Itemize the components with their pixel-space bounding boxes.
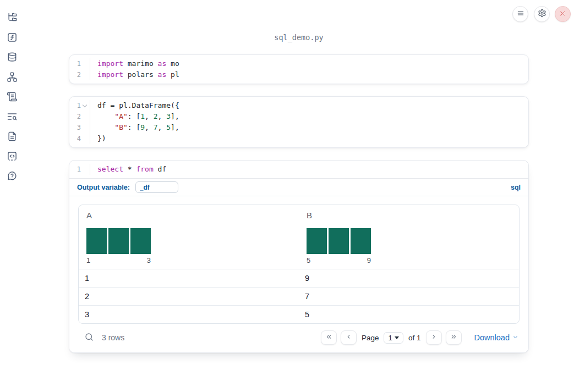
code-editor[interactable]: 1import marimo as mo2import polars as pl <box>69 55 528 84</box>
notebook-filename: sql_demo.py <box>69 0 529 54</box>
sql-cell-toolbar: Output variable: sql <box>69 178 528 196</box>
chevron-right-icon <box>430 333 438 342</box>
sidebar-item-logs[interactable] <box>6 111 19 124</box>
sidebar-item-variables[interactable] <box>6 31 19 45</box>
list-search-icon <box>7 111 18 124</box>
sidebar-item-dependency-graph[interactable] <box>6 71 19 84</box>
function-square-icon <box>7 32 18 45</box>
fold-chevron-icon[interactable] <box>82 103 88 108</box>
page-total-label: of 1 <box>408 334 421 342</box>
column-name: B <box>307 211 511 220</box>
sql-code-editor[interactable]: 1select * from df <box>69 161 528 178</box>
sql-cell[interactable]: 1select * from df Output variable: sql A… <box>69 160 529 353</box>
line-number: 1 <box>69 164 90 175</box>
table-search-button[interactable] <box>84 332 95 343</box>
table-row[interactable]: 35 <box>79 305 519 323</box>
code-cell-dataframe[interactable]: 1df = pl.DataFrame({2 "A": [1, 2, 3],3 "… <box>69 96 529 148</box>
page-select[interactable]: 1 <box>384 332 403 344</box>
code-content[interactable]: "A": [1, 2, 3], <box>90 111 179 122</box>
code-snippet-icon <box>7 151 18 163</box>
dependency-graph-icon <box>7 71 18 84</box>
code-line[interactable]: 1df = pl.DataFrame({ <box>69 100 528 111</box>
file-text-icon <box>7 131 18 143</box>
chevrons-right-icon <box>450 333 457 342</box>
settings-gear-icon <box>538 9 546 19</box>
table-cell: 2 <box>79 287 299 305</box>
table-cell: 3 <box>79 305 299 323</box>
code-content[interactable]: import marimo as mo <box>90 58 179 69</box>
code-line[interactable]: 3 "B": [9, 7, 5], <box>69 122 528 133</box>
sidebar-item-documentation[interactable] <box>6 130 19 143</box>
previous-page-button[interactable] <box>341 330 357 345</box>
code-content[interactable]: df = pl.DataFrame({ <box>90 100 179 111</box>
scroll-text-icon <box>7 91 18 104</box>
code-content[interactable]: "B": [9, 7, 5], <box>90 122 179 133</box>
chevrons-left-icon <box>325 333 332 342</box>
table-footer: 3 rows Page 1 <box>78 324 520 349</box>
download-button[interactable]: Download <box>474 333 519 342</box>
line-number: 3 <box>69 122 90 133</box>
table-header-row: A13B59 <box>79 205 519 269</box>
code-content[interactable]: select * from df <box>90 164 166 175</box>
page-label: Page <box>362 334 379 342</box>
folder-tree-icon <box>7 12 18 25</box>
line-number: 4 <box>69 133 90 144</box>
first-page-button[interactable] <box>321 330 337 345</box>
table-row[interactable]: 27 <box>79 287 519 305</box>
next-page-button[interactable] <box>426 330 442 345</box>
histogram-bar <box>307 228 327 254</box>
table-cell: 9 <box>299 269 519 287</box>
help-bubble-icon <box>7 170 18 183</box>
histogram-bar <box>130 228 151 254</box>
output-variable-input[interactable] <box>135 181 178 193</box>
histogram-range-labels: 59 <box>307 256 371 264</box>
histogram-bar <box>329 228 349 254</box>
code-line[interactable]: 4}) <box>69 133 528 144</box>
code-content[interactable]: }) <box>90 133 106 144</box>
histogram-bar <box>86 228 107 254</box>
page-select-value: 1 <box>388 334 392 342</box>
table-row[interactable]: 19 <box>79 269 519 287</box>
sidebar-item-snippets[interactable] <box>6 150 19 163</box>
sidebar-item-file-explorer[interactable] <box>6 12 19 25</box>
table-cell: 1 <box>79 269 299 287</box>
chevron-down-icon <box>512 333 518 342</box>
line-number: 1 <box>69 58 90 69</box>
result-table: A13B59 192735 <box>78 205 520 324</box>
code-editor[interactable]: 1df = pl.DataFrame({2 "A": [1, 2, 3],3 "… <box>69 97 528 147</box>
histogram-range-labels: 13 <box>86 256 151 264</box>
pagination: Page 1 of 1 <box>321 330 518 345</box>
table-cell: 5 <box>299 305 519 323</box>
line-number: 2 <box>69 69 90 80</box>
output-variable-label: Output variable: <box>77 184 130 191</box>
row-count: 3 rows <box>102 333 124 342</box>
histogram-bar <box>351 228 371 254</box>
sidebar <box>0 0 24 392</box>
table-cell: 7 <box>299 287 519 305</box>
code-line[interactable]: 2 "A": [1, 2, 3], <box>69 111 528 122</box>
chevron-down-icon <box>395 336 399 339</box>
column-name: A <box>86 211 291 220</box>
column-histogram <box>86 228 291 254</box>
sidebar-item-help[interactable] <box>6 170 19 183</box>
settings-button[interactable] <box>534 6 550 22</box>
code-line[interactable]: 2import polars as pl <box>69 69 528 80</box>
column-histogram <box>307 228 511 254</box>
last-page-button[interactable] <box>446 330 462 345</box>
code-content[interactable]: import polars as pl <box>90 69 179 80</box>
close-x-icon <box>559 10 566 19</box>
sidebar-item-scratchpad[interactable] <box>6 91 19 104</box>
histogram-bar <box>108 228 129 254</box>
search-icon <box>84 335 94 344</box>
line-number: 2 <box>69 111 90 122</box>
code-line[interactable]: 1select * from df <box>69 164 528 175</box>
download-label: Download <box>474 333 510 342</box>
column-header-a[interactable]: A13 <box>79 205 299 269</box>
code-cell-imports[interactable]: 1import marimo as mo2import polars as pl <box>69 54 529 84</box>
column-header-b[interactable]: B59 <box>299 205 519 269</box>
shutdown-button[interactable] <box>555 6 571 22</box>
sidebar-item-datasources[interactable] <box>6 51 19 64</box>
code-line[interactable]: 1import marimo as mo <box>69 58 528 69</box>
line-number: 1 <box>69 100 90 111</box>
sql-output-panel: A13B59 192735 3 rows <box>69 196 528 352</box>
